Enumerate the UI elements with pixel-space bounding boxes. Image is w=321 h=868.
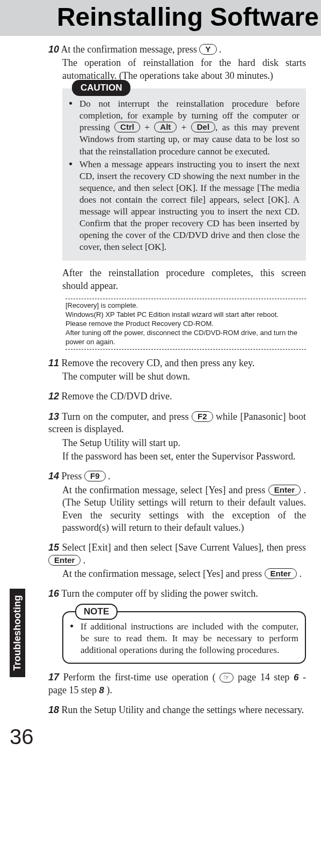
- step-text: Turn on the computer, and press: [62, 411, 192, 422]
- caution-text: +: [140, 122, 154, 132]
- key-y: Y: [199, 44, 216, 55]
- step-number: 10: [48, 44, 59, 55]
- key-enter: Enter: [268, 485, 301, 495]
- key-enter: Enter: [48, 555, 81, 566]
- step-text: At the confirmation message, select [Yes…: [62, 568, 265, 579]
- key-ctrl: Ctrl: [114, 122, 140, 132]
- step-14: 14 Press F9 . At the confirmation messag…: [48, 470, 306, 534]
- step-text: At the confirmation message, select [Yes…: [62, 485, 268, 495]
- step-text: Run the Setup Utility and change the set…: [62, 704, 304, 715]
- key-alt: Alt: [154, 122, 177, 132]
- step-text: Turn the computer off by sliding the pow…: [61, 588, 258, 599]
- step-number: 13: [48, 411, 59, 422]
- content-area: 10 At the confirmation message, press Y …: [0, 43, 321, 716]
- step-text: Press: [62, 471, 85, 481]
- step-text: Select [Exit] and then select [Save Curr…: [62, 542, 306, 553]
- step-text: The Setup Utility will start up.: [48, 437, 306, 449]
- step-text: Perform the first-time use operation (: [63, 672, 220, 682]
- step-text: .: [81, 555, 85, 566]
- step-text: Remove the recovery CD, and then press a…: [62, 358, 255, 368]
- key-enter: Enter: [265, 568, 297, 579]
- side-tab-troubleshooting: Troubleshooting: [10, 589, 25, 677]
- step-text: ).: [104, 685, 112, 695]
- step-text: .: [217, 44, 222, 55]
- note-label: NOTE: [75, 604, 118, 620]
- note-item: If additional instructions are included …: [70, 621, 298, 656]
- caution-text: +: [177, 122, 191, 132]
- message-line: Windows(R) XP Tablet PC Edition install …: [65, 310, 306, 320]
- step-17: 17 Perform the first-time use operation …: [48, 671, 306, 696]
- step-text: page 14 step: [234, 672, 294, 682]
- step-number: 11: [48, 358, 59, 368]
- note-box: NOTE If additional instructions are incl…: [62, 611, 306, 664]
- step-number: 18: [48, 704, 59, 715]
- after-caution-text: After the reinstallation procedure compl…: [62, 267, 306, 292]
- caution-item: When a message appears instructing you t…: [69, 159, 300, 254]
- message-line: [Recovery] is complete.: [65, 301, 306, 310]
- step-13: 13 Turn on the computer, and press F2 wh…: [48, 411, 306, 463]
- step-text: The computer will be shut down.: [48, 370, 306, 383]
- page-number: 36: [10, 725, 321, 749]
- reference-icon: ☞: [220, 673, 234, 682]
- step-text: .: [297, 568, 302, 579]
- step-18: 18 Run the Setup Utility and change the …: [48, 704, 306, 716]
- caution-label: CAUTION: [72, 80, 130, 96]
- step-text: .: [106, 471, 111, 481]
- step-number: 12: [48, 391, 59, 402]
- key-f9: F9: [84, 471, 106, 481]
- step-10: 10 At the confirmation message, press Y …: [48, 43, 306, 82]
- step-16: 16 Turn the computer off by sliding the …: [48, 588, 306, 600]
- caution-item: Do not interrupt the reinstallation proc…: [69, 98, 300, 157]
- step-text: If the password has been set, enter the …: [48, 450, 306, 463]
- ref-step-bold: 6: [294, 672, 298, 682]
- message-line: After tuning off the power, disconnect t…: [65, 329, 306, 347]
- page-title: Reinstalling Software: [0, 0, 321, 36]
- ref-step-bold: 8: [99, 685, 104, 695]
- header-band: Reinstalling Software: [0, 0, 321, 36]
- step-text: At the confirmation message, press: [61, 44, 200, 55]
- caution-box: CAUTION Do not interrupt the reinstallat…: [62, 88, 306, 261]
- step-15: 15 Select [Exit] and then select [Save C…: [48, 541, 306, 580]
- step-number: 15: [48, 542, 59, 553]
- step-number: 17: [48, 672, 59, 682]
- step-number: 14: [48, 471, 59, 481]
- step-12: 12 Remove the CD/DVD drive.: [48, 390, 306, 403]
- message-line: Please remove the Product Recovery CD-RO…: [65, 320, 306, 329]
- recovery-message-box: [Recovery] is complete. Windows(R) XP Ta…: [65, 299, 306, 349]
- step-text: The operation of reinstallation for the …: [48, 57, 306, 82]
- key-del: Del: [191, 122, 215, 132]
- key-f2: F2: [192, 411, 213, 422]
- step-number: 16: [48, 588, 59, 599]
- step-text: Remove the CD/DVD drive.: [62, 391, 172, 402]
- step-11: 11 Remove the recovery CD, and then pres…: [48, 357, 306, 383]
